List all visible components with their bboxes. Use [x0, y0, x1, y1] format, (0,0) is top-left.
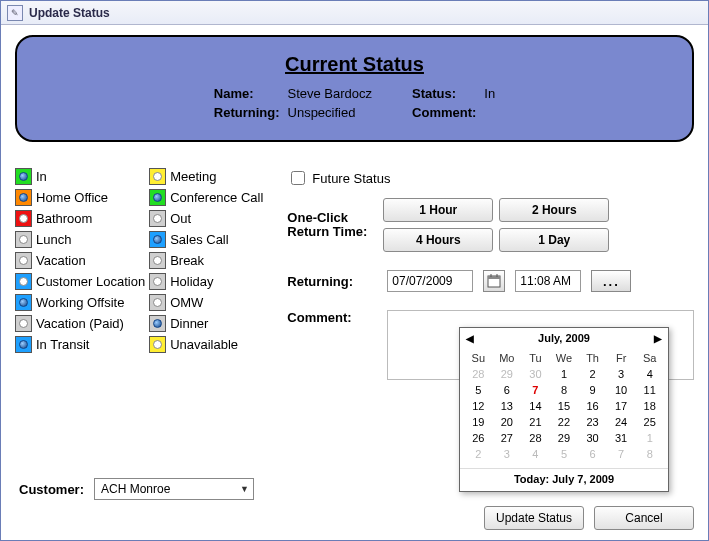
returning-field-label: Returning:: [287, 274, 377, 289]
calendar-day[interactable]: 15: [550, 398, 579, 414]
window-title: Update Status: [29, 6, 110, 20]
calendar-day[interactable]: 9: [578, 382, 607, 398]
calendar-day[interactable]: 2: [578, 366, 607, 382]
status-radio-lunch[interactable]: Lunch: [15, 231, 145, 248]
customer-select[interactable]: ACH Monroe ▼: [94, 478, 254, 500]
radio-dot-icon: [153, 256, 162, 265]
status-radio-break[interactable]: Break: [149, 252, 263, 269]
status-radio-holiday[interactable]: Holiday: [149, 273, 263, 290]
calendar-day[interactable]: 26: [464, 430, 493, 446]
calendar-day[interactable]: 17: [607, 398, 636, 414]
status-radio-bathroom[interactable]: Bathroom: [15, 210, 145, 227]
calendar-day[interactable]: 25: [635, 414, 664, 430]
calendar-day[interactable]: 14: [521, 398, 550, 414]
calendar-day[interactable]: 10: [607, 382, 636, 398]
calendar-day[interactable]: 27: [493, 430, 522, 446]
status-radio-omw[interactable]: OMW: [149, 294, 263, 311]
future-status-checkbox[interactable]: Future Status: [287, 168, 694, 188]
future-status-input[interactable]: [291, 171, 305, 185]
calendar-day[interactable]: 29: [550, 430, 579, 446]
calendar-day[interactable]: 3: [607, 366, 636, 382]
calendar-day[interactable]: 12: [464, 398, 493, 414]
status-radio-in[interactable]: In: [15, 168, 145, 185]
calendar-day[interactable]: 13: [493, 398, 522, 414]
status-value: In: [484, 86, 495, 101]
status-radio-conference-call[interactable]: Conference Call: [149, 189, 263, 206]
calendar-dow: Mo: [493, 350, 522, 366]
calendar-day[interactable]: 22: [550, 414, 579, 430]
radio-dot-icon: [19, 235, 28, 244]
name-label: Name:: [214, 86, 280, 101]
status-radio-vacation-paid-[interactable]: Vacation (Paid): [15, 315, 145, 332]
calendar-day[interactable]: 11: [635, 382, 664, 398]
status-swatch: [15, 273, 32, 290]
status-label-text: Unavailable: [170, 337, 238, 352]
returning-date-input[interactable]: 07/07/2009: [387, 270, 473, 292]
calendar-day[interactable]: 16: [578, 398, 607, 414]
calendar-day: 28: [464, 366, 493, 382]
calendar-day[interactable]: 21: [521, 414, 550, 430]
current-status-heading: Current Status: [37, 53, 672, 76]
status-label-text: Vacation: [36, 253, 86, 268]
calendar-day[interactable]: 6: [493, 382, 522, 398]
status-radio-meeting[interactable]: Meeting: [149, 168, 263, 185]
radio-dot-icon: [153, 214, 162, 223]
calendar-day[interactable]: 7: [521, 382, 550, 398]
radio-dot-icon: [153, 340, 162, 349]
status-swatch: [15, 231, 32, 248]
calendar-day[interactable]: 5: [464, 382, 493, 398]
one-click-4-hours-button[interactable]: 4 Hours: [383, 228, 493, 252]
status-label-text: Working Offsite: [36, 295, 124, 310]
update-status-button[interactable]: Update Status: [484, 506, 584, 530]
status-radio-vacation[interactable]: Vacation: [15, 252, 145, 269]
status-radio-working-offsite[interactable]: Working Offsite: [15, 294, 145, 311]
calendar-next-button[interactable]: ▶: [654, 333, 662, 344]
radio-dot-icon: [19, 214, 28, 223]
status-radio-home-office[interactable]: Home Office: [15, 189, 145, 206]
status-label-text: Break: [170, 253, 204, 268]
calendar-dow: Th: [578, 350, 607, 366]
svg-rect-1: [488, 276, 500, 279]
returning-more-button[interactable]: ...: [591, 270, 631, 292]
calendar-day[interactable]: 24: [607, 414, 636, 430]
calendar-day[interactable]: 23: [578, 414, 607, 430]
radio-dot-icon: [19, 319, 28, 328]
status-label-text: Dinner: [170, 316, 208, 331]
status-label-text: Conference Call: [170, 190, 263, 205]
calendar-day[interactable]: 8: [550, 382, 579, 398]
status-radio-dinner[interactable]: Dinner: [149, 315, 263, 332]
name-value: Steve Bardocz: [288, 86, 373, 101]
one-click-1-hour-button[interactable]: 1 Hour: [383, 198, 493, 222]
comment-label: Comment:: [412, 105, 476, 120]
calendar-dow: We: [550, 350, 579, 366]
status-radio-out[interactable]: Out: [149, 210, 263, 227]
status-radio-unavailable[interactable]: Unavailable: [149, 336, 263, 353]
calendar-day[interactable]: 20: [493, 414, 522, 430]
status-swatch: [149, 252, 166, 269]
calendar-button[interactable]: [483, 270, 505, 292]
calendar-day[interactable]: 18: [635, 398, 664, 414]
status-swatch: [149, 294, 166, 311]
calendar-day[interactable]: 31: [607, 430, 636, 446]
one-click-1-day-button[interactable]: 1 Day: [499, 228, 609, 252]
status-radio-sales-call[interactable]: Sales Call: [149, 231, 263, 248]
status-swatch: [149, 315, 166, 332]
calendar-day: 6: [578, 446, 607, 462]
status-label-text: Vacation (Paid): [36, 316, 124, 331]
status-options: InHome OfficeBathroomLunchVacationCustom…: [15, 168, 263, 380]
comment-value: [484, 105, 495, 120]
status-radio-in-transit[interactable]: In Transit: [15, 336, 145, 353]
titlebar: ✎ Update Status: [1, 1, 708, 25]
calendar-day[interactable]: 19: [464, 414, 493, 430]
calendar-today-label[interactable]: Today: July 7, 2009: [460, 468, 668, 491]
calendar-dow: Tu: [521, 350, 550, 366]
one-click-2-hours-button[interactable]: 2 Hours: [499, 198, 609, 222]
calendar-day[interactable]: 1: [550, 366, 579, 382]
calendar-day[interactable]: 28: [521, 430, 550, 446]
calendar-day[interactable]: 30: [578, 430, 607, 446]
calendar-day[interactable]: 4: [635, 366, 664, 382]
returning-time-input[interactable]: 11:08 AM: [515, 270, 581, 292]
calendar-prev-button[interactable]: ◀: [466, 333, 474, 344]
status-radio-customer-location[interactable]: Customer Location: [15, 273, 145, 290]
cancel-button[interactable]: Cancel: [594, 506, 694, 530]
